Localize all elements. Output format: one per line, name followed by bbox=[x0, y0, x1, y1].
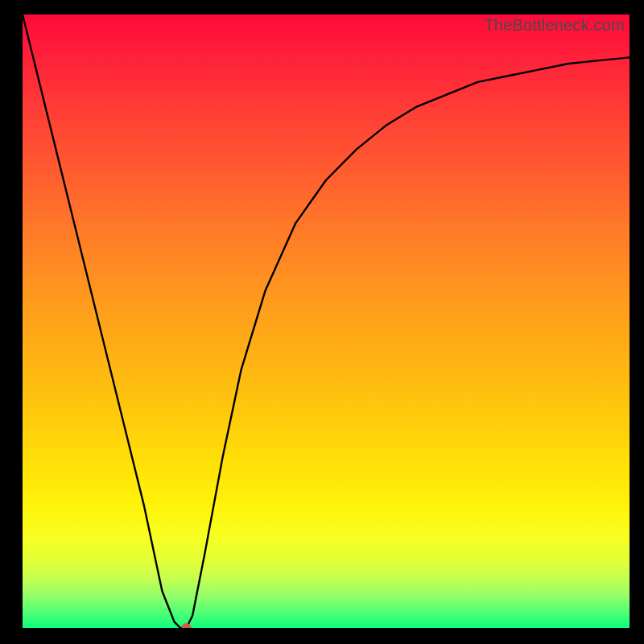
chart-frame: TheBottleneck.com bbox=[0, 0, 644, 644]
data-curve bbox=[23, 14, 630, 628]
svg-point-0 bbox=[182, 623, 192, 628]
plot-area: TheBottleneck.com bbox=[23, 14, 630, 628]
